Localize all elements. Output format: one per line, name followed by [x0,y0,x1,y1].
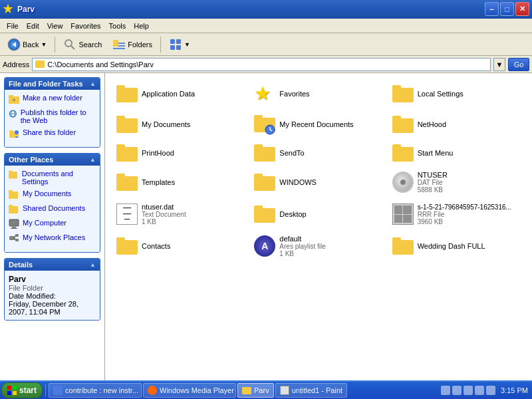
list-item[interactable]: A default Ares playlist file 1 KB [249,231,387,261]
parv-folder-icon [242,387,251,394]
list-item[interactable]: WINDOWS [249,168,387,197]
docs-settings-link[interactable]: Documents and Settings [9,170,96,186]
publish-icon [9,108,17,119]
folders-icon [112,38,126,51]
file-size: 5888 KB [418,186,448,194]
svg-rect-7 [113,40,118,47]
taskbar-item-contribute[interactable]: contribute : new instr... [49,383,142,398]
publish-folder-link[interactable]: Publish this folder to the Web [9,108,96,124]
contribute-icon [53,386,63,395]
file-name: s-1-5-21-796845957-1625316... [418,203,511,211]
views-dropdown[interactable]: ▼ [184,41,190,48]
file-name: NetHood [418,120,446,128]
back-button[interactable]: Back ▼ [3,35,51,54]
my-network-link[interactable]: My Network Places [9,233,96,244]
ntuser-txt-details: ntuser.dat Text Document 1 KB [142,203,186,225]
menu-favorites[interactable]: Favorites [66,21,104,31]
address-label: Address [3,61,29,68]
list-item[interactable]: Application Data [112,80,249,108]
other-places-collapse-icon: ▲ [90,156,96,163]
list-item[interactable]: NetHood [388,110,525,138]
svg-rect-6 [113,48,125,49]
svg-point-20 [15,130,19,134]
menu-file[interactable]: File [3,21,23,31]
file-name: WINDOWS [279,178,317,186]
system-tray [441,386,495,395]
ares-details: default Ares playlist file 1 KB [279,235,325,257]
other-places-header[interactable]: Other Places ▲ [5,154,100,166]
svg-line-33 [15,235,15,238]
title-bar: Parv − □ ✕ [0,0,532,19]
svg-rect-39 [13,386,17,390]
views-button[interactable]: ▼ [164,35,195,54]
list-item[interactable]: My Documents [112,110,249,138]
svg-rect-30 [9,236,15,240]
search-icon [63,38,76,51]
minimize-button[interactable]: − [485,2,499,16]
list-item[interactable]: Local Settings [388,80,525,108]
list-item[interactable]: Contacts [112,231,249,261]
share-folder-link[interactable]: Share this folder [9,128,96,139]
taskbar-item-mediaplayer[interactable]: Windows Media Player [143,383,236,398]
list-item[interactable]: Templates [112,168,249,197]
folders-button[interactable]: Folders [108,35,157,54]
ntuser-txt-icon: ━━━━━━━━ [116,203,138,225]
svg-rect-29 [11,228,17,229]
make-folder-link[interactable]: + Make a new folder [9,94,96,104]
taskbar-item-parv[interactable]: Parv [237,383,274,398]
list-item[interactable]: ━━━━━━━━ ntuser.dat Text Document 1 KB [112,200,249,229]
list-item[interactable]: Desktop [249,200,387,229]
views-icon [169,38,182,51]
svg-point-2 [65,40,72,47]
ares-icon: A [254,235,275,257]
menu-view[interactable]: View [43,21,67,31]
my-computer-icon [9,219,19,229]
menu-help[interactable]: Help [130,21,153,31]
taskbar-item-paint[interactable]: untitled1 - Paint [275,383,347,398]
my-documents-icon [9,190,19,200]
share-icon [9,128,19,139]
file-name: Favorites [279,90,309,98]
close-button[interactable]: ✕ [515,2,529,16]
address-dropdown[interactable]: ▼ [493,58,505,71]
address-bar: Address C:\Documents and Settings\Parv ▼… [0,56,532,73]
window-title: Parv [17,5,35,14]
list-item[interactable]: NTUSER DAT File 5888 KB [388,168,525,197]
restore-button[interactable]: □ [500,2,514,16]
shared-documents-link[interactable]: Shared Documents [9,204,96,215]
details-type: File Folder [9,284,96,292]
taskbar-separator [45,384,46,397]
tasks-header-label: File and Folder Tasks [9,80,83,88]
menu-tools[interactable]: Tools [105,21,130,31]
start-button[interactable]: start [1,382,43,398]
svg-rect-11 [176,45,181,50]
svg-rect-9 [176,39,181,44]
list-item[interactable]: Start Menu [388,141,525,165]
list-item[interactable]: ★ Favorites [249,80,387,108]
shared-documents-icon [9,204,19,215]
svg-rect-41 [13,391,17,395]
tasks-header[interactable]: File and Folder Tasks ▲ [5,78,100,90]
go-button[interactable]: Go [508,58,529,71]
address-path[interactable]: C:\Documents and Settings\Parv [47,61,154,68]
list-item[interactable]: PrintHood [112,141,249,165]
list-item[interactable]: SendTo [249,141,387,165]
my-documents-link[interactable]: My Documents [9,190,96,200]
folders-label: Folders [128,41,152,49]
svg-rect-32 [15,239,19,241]
list-item[interactable]: s-1-5-21-796845957-1625316... RRR File 3… [388,200,525,229]
list-item[interactable]: Wedding Dash FULL [388,231,525,261]
list-item[interactable]: My Recent Documents [249,110,387,138]
svg-text:+: + [13,97,16,103]
menu-edit[interactable]: Edit [23,21,43,31]
search-button[interactable]: Search [59,35,106,54]
details-header[interactable]: Details ▲ [5,259,100,271]
folder-icon [392,85,414,102]
clock-icon [265,124,275,135]
docs-settings-icon [9,170,19,180]
my-computer-link[interactable]: My Computer [9,219,96,229]
search-label: Search [78,41,102,49]
paint-icon [280,386,289,395]
menu-bar: File Edit View Favorites Tools Help [0,19,532,33]
back-dropdown[interactable]: ▼ [41,41,47,48]
